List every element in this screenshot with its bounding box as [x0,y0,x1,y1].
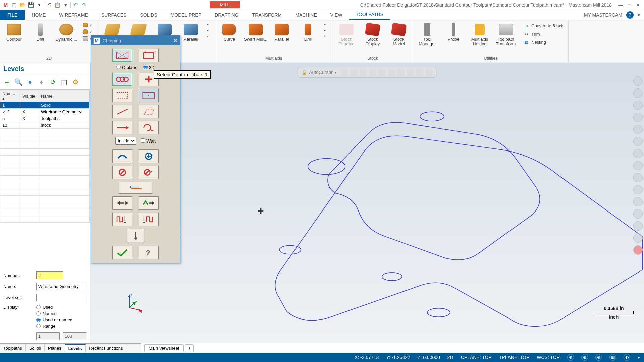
redo-icon[interactable]: ↷ [80,1,88,9]
manager-tab[interactable]: Toolpaths [0,344,26,352]
status-wcs[interactable]: WCS: TOP [537,355,560,360]
status-y[interactable]: Y: -1.25422 [386,355,410,360]
rg-btn-9[interactable] [633,173,643,182]
rg-btn-10[interactable] [633,185,643,194]
unselect-button[interactable] [112,166,132,179]
vector-button[interactable] [112,121,132,134]
rg-btn-7[interactable] [633,149,643,158]
lock-icon[interactable]: 🔒 [301,70,307,75]
manager-tab[interactable]: Levels [65,344,86,352]
ribbon-tab-modelprep[interactable]: MODEL PREP [164,10,208,20]
level-row[interactable]: ✓ 2XWireframe Geometry [0,109,90,115]
autocursor-toolbar[interactable]: 🔒 AutoCursor ▾ [298,67,436,78]
reset-icon[interactable]: ↺ [48,77,58,87]
ribbon-tab-surfaces[interactable]: SURFACES [95,10,133,20]
plus-button[interactable] [139,149,159,163]
number-input[interactable] [36,272,63,279]
print-icon[interactable]: 🖨 [45,1,53,9]
tool-manager-button[interactable]: Tool Manager [415,21,439,48]
status-dropdown-icon[interactable]: ▾ [638,355,640,360]
stock-model-button[interactable]: Stock Model [387,21,411,48]
3d-radio[interactable]: 3D [143,65,154,70]
display-radio[interactable]: Named [36,311,86,316]
rg-btn-8[interactable] [633,161,643,170]
rg-plus-icon[interactable] [633,76,643,86]
my-mastercam-link[interactable]: MY MASTERCAM [584,12,622,18]
save-dropdown-icon[interactable]: ▾ [36,1,43,9]
open-icon[interactable]: 📂 [19,1,26,9]
vt-btn-10[interactable] [425,69,433,76]
axis-triad[interactable]: z y x [123,293,144,313]
rg-btn-3[interactable] [633,101,643,110]
vt-btn-1[interactable] [341,69,348,76]
minimize-icon[interactable]: — [617,2,624,8]
start-point-a-button[interactable] [112,213,132,226]
status-icon-5[interactable]: ◐ [624,354,630,361]
reverse-button[interactable] [119,182,152,194]
stock-display-button[interactable]: Stock Display [361,21,385,48]
ok-button[interactable] [112,246,132,259]
vt-btn-6[interactable] [388,69,395,76]
start-point-b-button[interactable] [139,213,159,226]
polygon-button[interactable] [139,105,159,118]
vt-btn-8[interactable] [407,69,414,76]
g2d-more-2[interactable]: ▾ [81,29,95,35]
app-icon[interactable]: M [2,1,9,9]
ribbon-tab-toolpaths[interactable]: TOOLPATHS [349,10,390,20]
layers-on-icon[interactable]: ♦ [25,77,35,87]
rg-cancel-icon[interactable] [633,245,643,255]
vt-btn-9[interactable] [416,69,423,76]
viewsheet-add[interactable]: + [185,344,194,352]
options-button[interactable] [127,229,144,242]
settings-icon[interactable]: ⚙ [70,77,80,87]
status-icon-3[interactable]: ⊕ [595,354,602,361]
g3d-more-1[interactable]: ▾ [206,22,212,27]
unselect-all-button[interactable]: * [139,166,159,179]
level-row[interactable]: 10stock [0,122,90,129]
dialog-close-icon[interactable]: ✖ [173,38,178,44]
level-row[interactable]: 5XToolpaths [0,115,90,122]
rg-btn-5[interactable] [633,125,643,134]
g2d-more-1[interactable]: ▾ [81,22,95,28]
search-level-icon[interactable]: 🔍 [13,77,23,87]
chain-button[interactable] [112,73,132,86]
window-button[interactable] [112,89,132,102]
multiaxis-linking-button[interactable]: Multiaxis Linking [468,21,492,48]
status-mode[interactable]: 2D [447,355,453,360]
chaining-dialog[interactable]: M Chaining ✖ C-plane 3D Inside [91,35,180,263]
new-icon[interactable]: ▢ [10,1,18,9]
contour-button[interactable]: Contour [2,21,26,43]
level-row[interactable]: 1Solid [0,102,90,109]
line-button[interactable] [112,105,132,118]
ribbon-tab-file[interactable]: FILE [0,10,25,20]
qat-dropdown-icon[interactable]: ▾ [62,1,69,9]
rg-btn-4[interactable] [633,113,643,122]
rg-btn-14[interactable] [633,233,643,243]
display-radio[interactable]: Used [36,305,86,310]
ribbon-tab-transform[interactable]: TRANSFORM [246,10,289,20]
viewsheet-main[interactable]: Main Viewsheet [144,344,184,352]
gmulti-more-1[interactable]: ▾ [323,22,329,27]
cplane-radio[interactable]: C-plane [116,65,137,70]
ribbon-tab-wireframe[interactable]: WIREFRAME [52,10,95,20]
name-input[interactable] [36,283,86,290]
last-button[interactable] [112,149,132,163]
vt-btn-5[interactable] [378,69,386,76]
rg-btn-2[interactable] [633,88,643,98]
close-icon[interactable]: ✕ [635,2,641,8]
save-icon[interactable]: 💾 [27,1,35,9]
manager-tab[interactable]: Recent Functions [86,344,126,352]
gmulti-more-2[interactable]: ▾ [323,28,329,33]
wireframe-mode-button[interactable] [112,49,132,62]
vt-btn-3[interactable] [360,69,367,76]
col-name[interactable]: Name [39,90,90,102]
step-forward-button[interactable] [139,196,159,210]
ribbon-tab-machine[interactable]: MACHINE [288,10,324,20]
ribbon-tab-view[interactable]: VIEW [324,10,349,20]
step-back-button[interactable] [112,196,132,210]
status-icon-2[interactable]: ⊕ [581,354,588,361]
single-point-button[interactable] [139,89,159,102]
solid-mode-button[interactable] [139,49,159,62]
wait-checkbox[interactable]: Wait [141,138,155,144]
rg-btn-13[interactable] [633,221,643,231]
